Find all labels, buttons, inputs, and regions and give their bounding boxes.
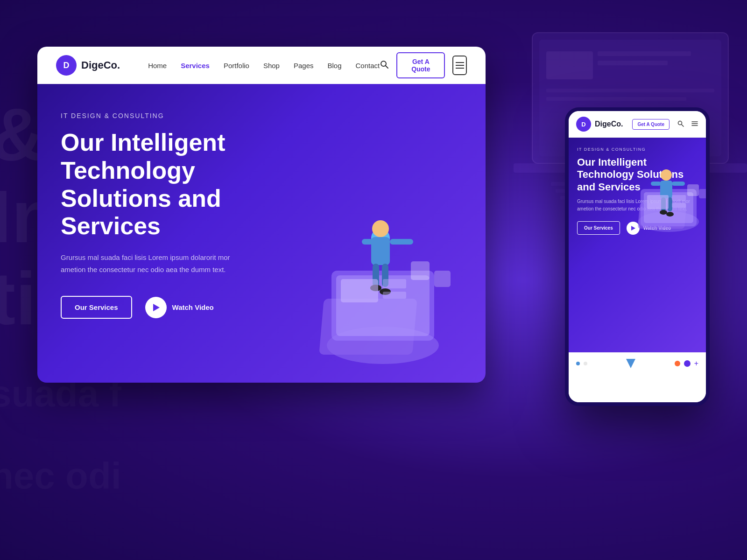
nav-link-pages[interactable]: Pages (294, 62, 314, 70)
mobile-our-services-button[interactable]: Our Services (577, 221, 620, 235)
nav-link-portfolio[interactable]: Portfolio (224, 62, 249, 70)
svg-point-47 (666, 212, 674, 217)
svg-rect-6 (546, 51, 593, 79)
svg-rect-48 (647, 195, 669, 209)
mobile-menu-icon[interactable] (691, 120, 698, 129)
hero-title: Our Intelligent Technology Solutions and… (61, 129, 303, 240)
nav-link-services[interactable]: Services (181, 62, 210, 70)
svg-rect-21 (390, 239, 413, 245)
svg-rect-52 (699, 189, 706, 198)
svg-rect-8 (598, 61, 668, 65)
hero-description: Grursus mal suada faci lisis Lorem ipsum… (61, 252, 247, 275)
mobile-logo-text: DigeCo. (595, 120, 628, 128)
search-icon[interactable] (380, 60, 389, 71)
logo-text: DigeCo. (81, 59, 120, 71)
watch-video-label: Watch Video (172, 303, 214, 311)
svg-rect-43 (672, 182, 685, 186)
watch-video-button[interactable]: Watch Video (145, 297, 214, 318)
svg-line-12 (386, 66, 388, 68)
svg-rect-50 (672, 203, 686, 208)
nav-link-shop[interactable]: Shop (263, 62, 280, 70)
svg-line-32 (682, 125, 684, 126)
svg-point-40 (661, 169, 672, 181)
desktop-hero-section: IT Design & Consulting Our Intelligent T… (37, 84, 486, 383)
logo-icon: D (56, 55, 77, 76)
svg-point-31 (678, 121, 682, 125)
desktop-nav-actions: Get A Quote (380, 52, 467, 78)
desktop-nav-links: Home Services Portfolio Shop Pages Blog … (148, 62, 380, 70)
mobile-hero-illustration (627, 142, 706, 236)
svg-point-18 (372, 220, 389, 237)
svg-rect-10 (546, 97, 686, 101)
mobile-preview-card: D DigeCo. Get A Quote IT Design & Consul… (565, 107, 710, 406)
play-icon (145, 297, 167, 318)
nav-link-blog[interactable]: Blog (328, 62, 342, 70)
nav-link-contact[interactable]: Contact (356, 62, 380, 70)
menu-line-3 (456, 68, 464, 69)
mobile-bottom-section: + (569, 352, 706, 404)
mobile-arrow-icon (626, 359, 635, 368)
svg-point-46 (660, 210, 667, 215)
mobile-get-quote-button[interactable]: Get A Quote (632, 119, 669, 130)
get-quote-button[interactable]: Get A Quote (396, 52, 445, 78)
menu-button[interactable] (452, 56, 467, 75)
hero-subtitle: IT Design & Consulting (61, 112, 462, 119)
svg-rect-26 (341, 279, 378, 302)
desktop-preview-card: D DigeCo. Home Services Portfolio Shop P… (37, 47, 486, 383)
svg-rect-27 (383, 279, 406, 288)
menu-line-1 (456, 62, 464, 63)
our-services-button[interactable]: Our Services (61, 296, 132, 319)
play-triangle (153, 304, 160, 311)
svg-rect-42 (651, 182, 661, 186)
desktop-navbar: D DigeCo. Home Services Portfolio Shop P… (37, 47, 486, 84)
mobile-dot-purple (684, 360, 691, 367)
mobile-dot-blue (576, 362, 580, 365)
desktop-logo: D DigeCo. (56, 55, 120, 76)
svg-rect-28 (383, 292, 406, 299)
mobile-search-icon[interactable] (677, 120, 684, 129)
mobile-hero-section: IT Design & Consulting Our Intelligent T… (569, 138, 706, 352)
hero-illustration (299, 159, 458, 383)
mobile-dot-orange (675, 361, 680, 366)
mobile-plus-icon[interactable]: + (694, 359, 698, 368)
svg-rect-9 (546, 89, 714, 92)
nav-link-home[interactable]: Home (148, 62, 167, 70)
mobile-navbar: D DigeCo. Get A Quote (569, 111, 706, 138)
menu-line-2 (456, 65, 464, 66)
svg-rect-30 (434, 271, 451, 287)
svg-rect-20 (362, 239, 373, 245)
svg-rect-51 (687, 184, 699, 196)
mobile-logo-icon: D (576, 117, 591, 132)
svg-rect-7 (598, 51, 691, 56)
svg-rect-29 (411, 261, 430, 280)
mobile-dot-gray1 (584, 362, 587, 365)
svg-rect-19 (371, 237, 390, 265)
svg-rect-49 (672, 195, 686, 201)
